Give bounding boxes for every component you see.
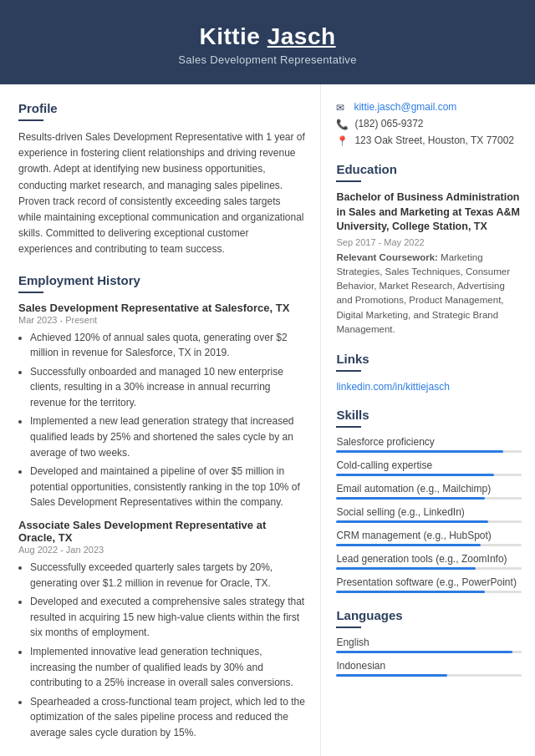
skill-bar-bg (336, 520, 522, 523)
language-bar-bg (336, 651, 522, 653)
language-bar-fill (336, 674, 447, 677)
address-text: 123 Oak Street, Houston, TX 77002 (354, 134, 514, 146)
skill-bar-fill (336, 474, 493, 476)
skill-bar-bg (336, 544, 522, 546)
phone-number: (182) 065-9372 (354, 118, 423, 129)
languages-list: English Indonesian (336, 637, 522, 677)
bullet-item: Spearheaded a cross-functional team proj… (30, 694, 305, 741)
profile-section: Profile Results-driven Sales Development… (18, 101, 305, 258)
job-1: Sales Development Representative at Sale… (18, 302, 305, 511)
contact-email: ✉ kittie.jasch@gmail.com (336, 101, 522, 114)
job-title-header: Sales Development Representative (17, 53, 518, 66)
skills-divider (336, 426, 361, 428)
contact-phone: 📞 (182) 065-9372 (336, 118, 522, 130)
skill-item: CRM management (e.g., HubSpot) (336, 530, 522, 546)
left-column: Profile Results-driven Sales Development… (0, 84, 321, 756)
skill-item: Presentation software (e.g., PowerPoint) (336, 576, 522, 593)
edu-date: Sep 2017 - May 2022 (336, 237, 522, 247)
bullet-item: Achieved 120% of annual sales quota, gen… (30, 330, 305, 361)
bullet-item: Implemented innovative lead generation t… (30, 644, 305, 691)
skill-label: Email automation (e.g., Mailchimp) (336, 483, 522, 495)
linkedin-link[interactable]: linkedin.com/in/kittiejasch (336, 381, 449, 393)
skill-bar-fill (336, 520, 488, 523)
coursework-text: Marketing Strategies, Sales Techniques, … (336, 252, 510, 334)
bullet-item: Implemented a new lead generation strate… (30, 414, 305, 460)
right-column: ✉ kittie.jasch@gmail.com 📞 (182) 065-937… (321, 84, 535, 756)
bullet-item: Developed and maintained a pipeline of o… (30, 464, 305, 510)
resume-header: Kittie Jasch Sales Development Represent… (0, 0, 535, 84)
skill-item: Cold-calling expertise (336, 459, 522, 476)
skill-label: Social selling (e.g., LinkedIn) (336, 506, 522, 518)
job-2-title: Associate Sales Development Representati… (18, 519, 305, 544)
employment-divider (18, 292, 43, 293)
contact-section: ✉ kittie.jasch@gmail.com 📞 (182) 065-937… (336, 101, 522, 147)
email-link[interactable]: kittie.jasch@gmail.com (354, 101, 456, 113)
skill-label: CRM management (e.g., HubSpot) (336, 530, 522, 541)
education-title: Education (336, 162, 522, 176)
skill-bar-bg (336, 450, 522, 453)
skill-item: Social selling (e.g., LinkedIn) (336, 506, 522, 523)
profile-title: Profile (18, 101, 305, 115)
job-2-bullets: Successfully exceeded quarterly sales ta… (18, 560, 305, 741)
resume-container: Kittie Jasch Sales Development Represent… (0, 0, 535, 756)
profile-text: Results-driven Sales Development Represe… (18, 129, 305, 258)
skill-bar-bg (336, 497, 522, 500)
skills-title: Skills (336, 408, 522, 422)
skills-list: Salesforce proficiency Cold-calling expe… (336, 436, 522, 593)
bullet-item: Successfully onboarded and managed 10 ne… (30, 364, 305, 411)
skill-bar-fill (336, 544, 481, 546)
skill-bar-fill (336, 567, 475, 570)
education-section: Education Bachelor of Business Administr… (336, 162, 522, 337)
languages-title: Languages (336, 608, 522, 622)
skill-item: Lead generation tools (e.g., ZoomInfo) (336, 553, 522, 570)
skill-label: Cold-calling expertise (336, 459, 522, 471)
skill-bar-fill (336, 497, 484, 500)
skill-label: Presentation software (e.g., PowerPoint) (336, 576, 522, 588)
language-label: English (336, 637, 522, 648)
skill-bar-fill (336, 591, 484, 593)
job-2: Associate Sales Development Representati… (18, 519, 305, 741)
contact-address: 📍 123 Oak Street, Houston, TX 77002 (336, 134, 522, 147)
job-1-bullets: Achieved 120% of annual sales quota, gen… (18, 330, 305, 511)
language-bar-bg (336, 674, 522, 677)
skill-label: Lead generation tools (e.g., ZoomInfo) (336, 553, 522, 565)
employment-title: Employment History (18, 273, 305, 287)
job-1-date: Mar 2023 - Present (18, 315, 305, 325)
language-label: Indonesian (336, 660, 522, 672)
languages-section: Languages English Indonesian (336, 608, 522, 677)
edu-degree: Bachelor of Business Administration in S… (336, 190, 522, 235)
language-item: Indonesian (336, 660, 522, 677)
skill-bar-bg (336, 474, 522, 476)
job-2-date: Aug 2022 - Jan 2023 (18, 545, 305, 555)
skill-bar-bg (336, 567, 522, 570)
bullet-item: Developed and executed a comprehensive s… (30, 594, 305, 641)
language-bar-fill (336, 651, 512, 653)
job-1-title: Sales Development Representative at Sale… (18, 302, 305, 314)
profile-divider (18, 119, 43, 121)
edu-coursework: Relevant Coursework: Marketing Strategie… (336, 251, 522, 337)
employment-section: Employment History Sales Development Rep… (18, 273, 305, 741)
bullet-item: Successfully exceeded quarterly sales ta… (30, 560, 305, 591)
coursework-label: Relevant Coursework: (336, 252, 441, 262)
skill-label: Salesforce proficiency (336, 436, 522, 448)
language-item: English (336, 637, 522, 653)
links-section: Links linkedin.com/in/kittiejasch (336, 352, 522, 393)
resume-body: Profile Results-driven Sales Development… (0, 84, 535, 756)
skill-bar-bg (336, 591, 522, 593)
links-divider (336, 370, 361, 372)
skill-item: Salesforce proficiency (336, 436, 522, 453)
skill-item: Email automation (e.g., Mailchimp) (336, 483, 522, 500)
phone-icon: 📞 (336, 119, 349, 130)
education-divider (336, 180, 361, 182)
links-title: Links (336, 352, 522, 366)
email-icon: ✉ (336, 102, 348, 114)
skill-bar-fill (336, 450, 502, 453)
languages-divider (336, 627, 361, 628)
location-icon: 📍 (336, 135, 349, 147)
full-name: Kittie Jasch (17, 23, 518, 50)
skills-section: Skills Salesforce proficiency Cold-calli… (336, 408, 522, 593)
